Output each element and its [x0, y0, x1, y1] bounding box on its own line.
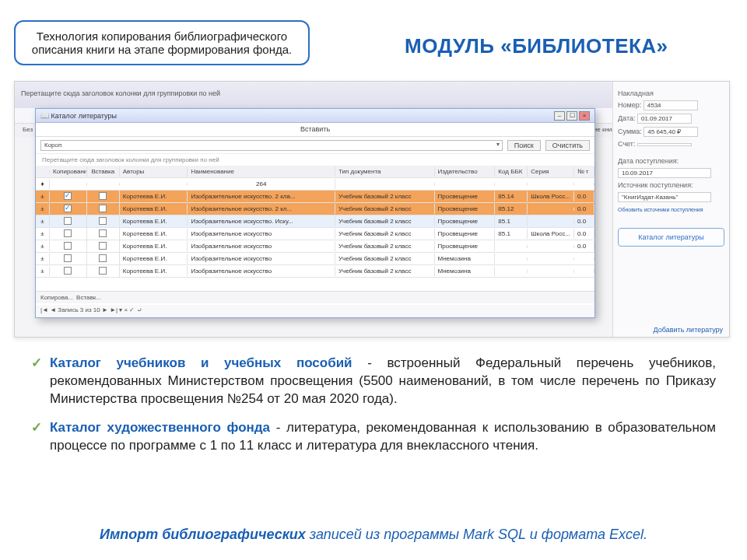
- import-note: Импорт библиографических записей из прог…: [0, 527, 747, 543]
- sum-label: Сумма:: [618, 128, 642, 135]
- copy-checkbox[interactable]: [64, 217, 72, 225]
- bullet-bold: Каталог художественного фонда: [50, 420, 270, 435]
- col-authors[interactable]: Авторы: [120, 166, 188, 177]
- insert-checkbox[interactable]: [99, 267, 107, 275]
- update-sources-link[interactable]: Обновить источники поступления: [618, 207, 724, 212]
- search-combo[interactable]: Короп: [40, 140, 503, 151]
- feature-bullets: Каталог учебников и учебных пособий - вс…: [31, 355, 716, 466]
- book-icon: 📖: [40, 112, 49, 120]
- catalog-grid: Копирование Вставка Авторы Наименование …: [36, 166, 594, 278]
- search-button[interactable]: Поиск: [507, 140, 541, 151]
- add-literature-link[interactable]: Добавить литературу: [654, 326, 723, 334]
- insert-checkbox[interactable]: [99, 229, 107, 237]
- catalog-button[interactable]: Каталог литературы: [618, 228, 724, 247]
- col-publisher[interactable]: Издательство: [435, 166, 496, 177]
- table-row[interactable]: ±Коротеева Е.И.Изобразительное искусство…: [36, 265, 594, 278]
- insert-checkbox[interactable]: [99, 205, 107, 212]
- copy-checkbox[interactable]: [64, 267, 72, 275]
- copy-checkbox[interactable]: [64, 254, 72, 262]
- insert-toolbar: Вставить: [36, 123, 594, 137]
- bullet-item: Каталог учебников и учебных пособий - вс…: [31, 355, 716, 408]
- bullet-item: Каталог художественного фонда - литерату…: [31, 419, 716, 455]
- grid-filter-row[interactable]: ♦ 264: [36, 178, 594, 191]
- acct-field[interactable]: [637, 143, 692, 146]
- maximize-icon[interactable]: ☐: [566, 111, 577, 121]
- import-bold: Импорт библиографических: [100, 527, 310, 542]
- grid-footer: Копирова... Вставк...: [36, 291, 594, 303]
- app-screenshot: Перетащите сюда заголовок колонки для гр…: [14, 81, 730, 338]
- col-title[interactable]: Наименование: [188, 166, 335, 177]
- search-bar: Короп Поиск Очистить: [36, 137, 594, 154]
- import-rest: записей из программы Mark SQL и формата …: [310, 527, 647, 542]
- insert-checkbox[interactable]: [99, 217, 107, 225]
- recv-field[interactable]: 10.09.2017: [618, 168, 711, 178]
- recv-label: Дата поступления:: [618, 157, 724, 165]
- minimize-icon[interactable]: –: [554, 111, 565, 121]
- src-label: Источник поступления:: [618, 181, 724, 189]
- grid-header: Копирование Вставка Авторы Наименование …: [36, 166, 594, 178]
- date-label: Дата:: [618, 114, 635, 122]
- copy-checkbox[interactable]: [64, 242, 72, 250]
- col-bbk[interactable]: Код ББК: [495, 166, 528, 177]
- num-label: Номер:: [618, 101, 641, 109]
- invoice-section: Накладная: [618, 89, 724, 97]
- copy-checkbox[interactable]: [64, 229, 72, 237]
- table-row[interactable]: ±Коротеева Е.И.Изобразительное искусство…: [36, 191, 594, 203]
- catalog-window: 📖 Каталог литературы – ☐ × Вставить Коро…: [35, 108, 595, 318]
- insert-checkbox[interactable]: [99, 192, 107, 200]
- copy-checkbox[interactable]: [64, 205, 72, 212]
- table-row[interactable]: ±Коротеева Е.И.Изобразительное искусство…: [36, 253, 594, 265]
- acct-label: Счет:: [618, 140, 635, 148]
- sum-field[interactable]: 45 645,40 ₽: [644, 127, 698, 137]
- invoice-panel: Накладная Номер: 4534 Дата: 01.09.2017 С…: [612, 82, 729, 337]
- col-insert[interactable]: Вставка: [87, 166, 120, 177]
- table-row[interactable]: ±Коротеева Е.И.Изобразительное искусство…: [36, 240, 594, 253]
- close-icon[interactable]: ×: [579, 111, 590, 121]
- col-copy[interactable]: Копирование: [50, 166, 87, 177]
- table-row[interactable]: ±Коротеева Е.И.Изобразительное искусство…: [36, 228, 594, 240]
- catalog-titlebar: 📖 Каталог литературы – ☐ ×: [36, 109, 594, 123]
- col-type[interactable]: Тип документа: [335, 166, 435, 177]
- date-field[interactable]: 01.09.2017: [637, 114, 692, 124]
- src-field[interactable]: "КнигИздат-Казань": [618, 192, 711, 202]
- insert-button[interactable]: Вставить: [300, 125, 330, 133]
- grid-paginator[interactable]: |◄ ◄ Запись 3 из 10 ► ►| ▾ × ✓ ⤾: [36, 305, 594, 317]
- bullet-bold: Каталог учебников и учебных пособий: [50, 355, 352, 370]
- catalog-title: Каталог литературы: [51, 112, 117, 120]
- clear-button[interactable]: Очистить: [545, 140, 590, 151]
- grid-grouping-hint: Перетащите сюда заголовок колонки для гр…: [36, 154, 594, 166]
- num-field[interactable]: 4534: [644, 100, 698, 110]
- insert-checkbox[interactable]: [99, 254, 107, 262]
- col-series[interactable]: Серия: [528, 166, 574, 177]
- table-row[interactable]: ±Коротеева Е.И.Изобразительное искусство…: [36, 215, 594, 228]
- grid-count: 264: [188, 179, 335, 189]
- table-row[interactable]: ±Коротеева Е.И.Изобразительное искусство…: [36, 203, 594, 215]
- module-title: МОДУЛЬ «БИБЛИОТЕКА»: [405, 34, 668, 58]
- tech-callout-text: Технология копирования библиографическог…: [32, 30, 292, 56]
- copy-checkbox[interactable]: [64, 192, 72, 200]
- footer-insert[interactable]: Вставк...: [76, 294, 101, 301]
- insert-checkbox[interactable]: [99, 242, 107, 250]
- col-n[interactable]: № т: [574, 166, 594, 177]
- tech-callout: Технология копирования библиографическог…: [14, 20, 310, 65]
- footer-copy[interactable]: Копирова...: [40, 294, 73, 301]
